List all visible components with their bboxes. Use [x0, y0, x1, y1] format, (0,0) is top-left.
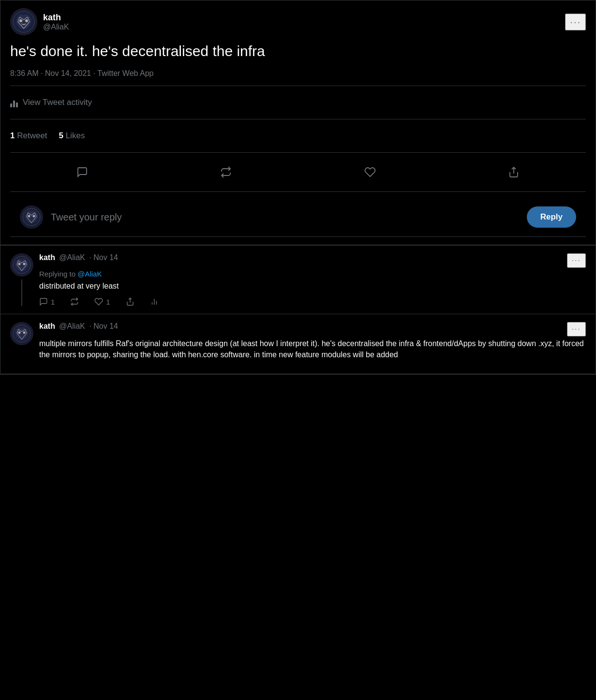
- likes-label: Likes: [66, 131, 85, 140]
- reply-2-author-name: kath: [39, 322, 55, 330]
- reply-input-section: Tweet your reply Reply: [10, 198, 586, 237]
- heart-icon: [364, 166, 376, 178]
- retweets-count: 1: [10, 131, 15, 140]
- svg-point-12: [23, 263, 26, 265]
- reply-1-author-name: kath: [39, 253, 55, 262]
- tweet-meta: 8:36 AM · Nov 14, 2021 · Twitter Web App: [10, 69, 586, 78]
- retweets-label: Retweet: [17, 131, 47, 140]
- svg-point-20: [23, 332, 26, 334]
- reply-1-analytics-button[interactable]: [150, 297, 159, 306]
- reply-1-author-line: kath @AliaK · Nov 14: [39, 253, 118, 262]
- svg-point-19: [18, 332, 21, 334]
- reply-2-header: kath @AliaK · Nov 14 ···: [39, 322, 586, 336]
- reply-input-placeholder[interactable]: Tweet your reply: [51, 212, 519, 223]
- reply-1-like-count: 1: [106, 298, 110, 306]
- reply-1-share-icon: [126, 297, 134, 306]
- tweet-text: he's done it. he's decentralised the inf…: [10, 41, 586, 61]
- reply-input-avatar: [20, 205, 43, 229]
- divider-3: [10, 152, 586, 153]
- reply-2-content: kath @AliaK · Nov 14 ··· multiple mirror…: [39, 322, 586, 366]
- reply-1-replying-to: Replying to @AliaK: [39, 270, 586, 278]
- retweet-icon: [220, 166, 232, 178]
- bar-chart-icon: [10, 98, 18, 107]
- svg-point-8: [33, 215, 35, 218]
- reply-tweet-2: kath @AliaK · Nov 14 ··· multiple mirror…: [0, 314, 596, 374]
- reply-1-dot: ·: [89, 253, 91, 262]
- main-tweet: kath @AliaK ··· he's done it. he's decen…: [0, 0, 596, 245]
- reply-1-text: distributed at very least: [39, 281, 586, 292]
- like-action-button[interactable]: [355, 162, 386, 182]
- svg-point-2: [19, 19, 22, 22]
- reply-1-like-button[interactable]: 1: [94, 297, 110, 306]
- author-handle: @AliaK: [43, 23, 69, 31]
- reply-1-retweet-icon: [70, 297, 79, 306]
- reply-2-text: multiple mirrors fulfills Raf's original…: [39, 338, 586, 360]
- reply-1-comment-count: 1: [51, 298, 55, 306]
- stats-row: 1 Retweet 5 Likes: [10, 125, 586, 146]
- svg-point-3: [25, 19, 28, 22]
- reply-2-dot: ·: [89, 322, 91, 330]
- author-info: kath @AliaK: [43, 13, 69, 31]
- tweet-header: kath @AliaK ···: [10, 8, 586, 35]
- main-tweet-avatar[interactable]: [10, 8, 37, 35]
- divider-2: [10, 119, 586, 119]
- reply-2-avatar[interactable]: [10, 322, 33, 345]
- reply-1-more-button[interactable]: ···: [567, 253, 586, 268]
- reply-1-comment-button[interactable]: 1: [39, 297, 55, 306]
- tweet-container: kath @AliaK ··· he's done it. he's decen…: [0, 0, 596, 375]
- author-name: kath: [43, 13, 69, 23]
- view-activity-button[interactable]: View Tweet activity: [10, 92, 586, 113]
- reply-2-more-button[interactable]: ···: [567, 322, 586, 336]
- reply-1-retweet-button[interactable]: [70, 297, 79, 306]
- reply-1-content: kath @AliaK · Nov 14 ··· Replying to @Al…: [39, 253, 586, 306]
- reply-tweet-1: kath @AliaK · Nov 14 ··· Replying to @Al…: [0, 246, 596, 314]
- replies-section: kath @AliaK · Nov 14 ··· Replying to @Al…: [0, 245, 596, 374]
- likes-stat[interactable]: 5 Likes: [59, 131, 85, 141]
- likes-count: 5: [59, 131, 63, 140]
- comment-action-button[interactable]: [67, 162, 98, 182]
- reply-1-date: Nov 14: [93, 253, 118, 262]
- view-activity-label: View Tweet activity: [23, 98, 92, 107]
- reply-2-author-line: kath @AliaK · Nov 14: [39, 322, 118, 331]
- action-row: [10, 159, 586, 186]
- reply-2-date: Nov 14: [93, 322, 118, 330]
- thread-line-1: [21, 279, 22, 306]
- divider-1: [10, 86, 586, 86]
- reply-1-avatar[interactable]: [10, 253, 33, 277]
- reply-1-share-button[interactable]: [126, 297, 134, 306]
- more-options-button[interactable]: ···: [565, 14, 586, 30]
- reply-1-mention[interactable]: @AliaK: [77, 270, 102, 278]
- share-icon: [508, 166, 520, 178]
- reply-1-comment-icon: [39, 297, 48, 306]
- reply-left-1: [10, 253, 33, 306]
- comment-icon: [76, 166, 88, 178]
- reply-1-header: kath @AliaK · Nov 14 ···: [39, 253, 586, 268]
- reply-1-handle: @AliaK: [59, 253, 85, 262]
- retweets-stat[interactable]: 1 Retweet: [10, 131, 47, 141]
- share-action-button[interactable]: [498, 162, 529, 182]
- svg-point-11: [18, 263, 21, 265]
- retweet-action-button[interactable]: [210, 162, 241, 182]
- reply-1-analytics-icon: [150, 297, 159, 306]
- reply-1-heart-icon: [94, 297, 103, 306]
- reply-submit-button[interactable]: Reply: [527, 206, 576, 228]
- reply-left-2: [10, 322, 33, 366]
- svg-point-7: [28, 215, 30, 218]
- reply-2-handle: @AliaK: [59, 322, 85, 330]
- tweet-author: kath @AliaK: [10, 8, 69, 35]
- divider-4: [10, 191, 586, 192]
- reply-1-actions: 1 1: [39, 297, 586, 306]
